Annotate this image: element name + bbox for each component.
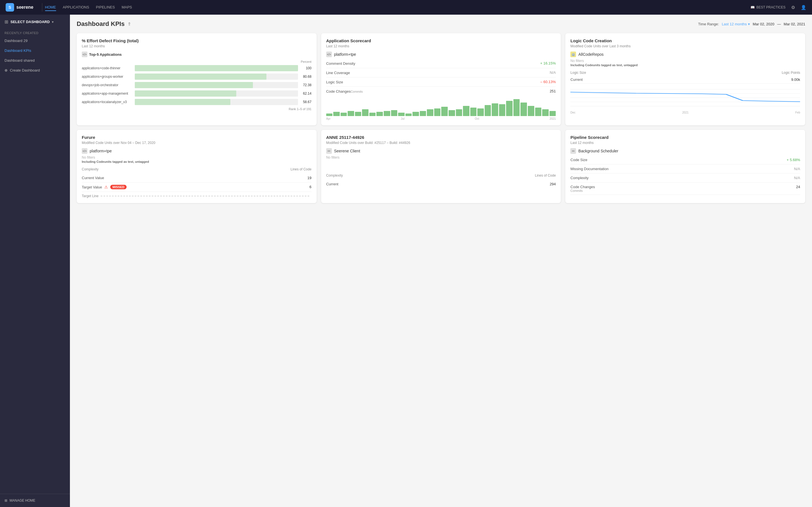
- main-layout: ⊞ SELECT DASHBOARD ▾ RECENTLY CREATED Da…: [0, 15, 812, 507]
- logo-icon: S: [6, 3, 14, 11]
- card1-section-title: Top-5 Applications: [89, 52, 122, 57]
- sidebar-item-dashboard-shared[interactable]: Dashboard shared: [0, 55, 70, 65]
- metric-value: – 60.13%: [540, 80, 556, 84]
- card6-app-name: Background Scheduler: [578, 149, 618, 153]
- mini-bar: [463, 106, 469, 116]
- card5-loc: Lines of Code: [535, 173, 556, 177]
- scorecard-label: Missing Documentation: [570, 167, 608, 171]
- nav-links: HOME APPLICATIONS PIPELINES MAPS: [45, 4, 132, 11]
- bar-fill: [135, 91, 236, 97]
- mini-bar: [376, 112, 383, 116]
- top-nav: S seerene HOME APPLICATIONS PIPELINES MA…: [0, 0, 812, 15]
- mini-bar: [449, 110, 455, 116]
- card4-subtitle: Modified Code Units over Nov 04 – Dec 17…: [82, 141, 312, 145]
- card2-app-row: </> platform+tpe: [326, 52, 556, 57]
- card5-app-row: ≡≡ Seerene Client: [326, 148, 556, 154]
- bar-label: applications+code-thinner: [82, 66, 133, 70]
- nav-home[interactable]: HOME: [45, 4, 56, 11]
- scorecard-item: Code Size + 5.68%: [570, 156, 800, 165]
- mini-bar: [528, 106, 534, 116]
- line-chart-container: Dec 2021 Feb: [570, 87, 800, 109]
- bar-fill: [135, 73, 266, 80]
- mini-bar: [492, 103, 498, 116]
- user-icon[interactable]: 👤: [801, 5, 806, 10]
- card-logic-code: Logic Code Creation Modified Code Units …: [565, 33, 805, 125]
- mini-bar: [477, 108, 484, 116]
- card-app-scorecard: Application Scorecard Last 12 months </>…: [321, 33, 561, 125]
- card3-app-row: 🏢 AllCodeRepos: [570, 52, 800, 57]
- metric-value: N/A: [550, 70, 556, 75]
- app-icon-2: </>: [326, 52, 332, 57]
- metric-row: Line Coverage N/A: [326, 68, 556, 77]
- missed-badge: MISSED: [110, 185, 126, 189]
- card2-title: Application Scorecard: [326, 38, 556, 43]
- card6-app-row: ≡≡ Background Scheduler: [570, 148, 800, 154]
- logic-points-label: Logic Points: [782, 71, 800, 75]
- mini-bar: [506, 101, 513, 116]
- mini-bar: [355, 112, 361, 116]
- sidebar-item-dashboard29[interactable]: Dashboard 29: [0, 36, 70, 46]
- card-furure: Furure Modified Code Units over Nov 04 –…: [77, 130, 317, 203]
- sidebar-item-dashboard-kpis[interactable]: Dashboard KPIs: [0, 46, 70, 55]
- logo-text: seerene: [16, 5, 34, 10]
- main-content: Dashboard KPIs ⇑ Time Range: Last 12 mon…: [70, 15, 812, 507]
- mini-bar: [362, 109, 368, 116]
- bar-value: 58.67: [300, 100, 312, 104]
- logo: S seerene: [6, 3, 34, 11]
- metric-value: 251: [550, 89, 556, 93]
- best-practices-link[interactable]: 📖 BEST PRACTICES: [751, 5, 785, 9]
- time-range-section: Time Range: Last 12 months ▾ Mar 02, 202…: [698, 22, 805, 26]
- select-dashboard-header[interactable]: ⊞ SELECT DASHBOARD ▾: [0, 15, 70, 29]
- line-chart-svg: [570, 87, 800, 109]
- bar-fill: [135, 65, 298, 71]
- mini-bar: [434, 108, 441, 116]
- scorecard-value: + 5.68%: [786, 158, 800, 162]
- bar-container: [135, 65, 298, 71]
- date-from: Mar 02, 2020: [753, 22, 774, 26]
- scorecard-value: N/A: [794, 167, 800, 171]
- app-icon-5: ≡≡: [326, 148, 332, 154]
- mini-bar: [405, 114, 412, 116]
- create-dashboard-button[interactable]: ⊕ Create Dashboard: [0, 65, 70, 75]
- page-header: Dashboard KPIs ⇑ Time Range: Last 12 mon…: [77, 20, 805, 27]
- card4-no-filters: No filters: [82, 156, 312, 159]
- card5-subtitle: Modified Code Units over Build: #25117 –…: [326, 141, 556, 145]
- scorecard-item: Complexity N/A: [570, 173, 800, 182]
- nav-pipelines[interactable]: PIPELINES: [96, 4, 115, 11]
- code-icon: </>: [82, 52, 87, 57]
- card-anne: ANNE 25117-44926 Modified Code Units ove…: [321, 130, 561, 203]
- chevron-down-icon: ▾: [52, 20, 54, 24]
- card2-subtitle: Last 12 months: [326, 44, 556, 48]
- mini-bar: [369, 113, 376, 116]
- logic-size-label: Logic Size: [570, 71, 586, 75]
- mini-bar: [441, 107, 448, 116]
- metric-label: Code Changes: [326, 89, 351, 94]
- bar-container: [135, 82, 298, 88]
- mini-bar: [470, 108, 477, 116]
- mini-bar: [384, 111, 390, 116]
- mini-bar: [420, 111, 426, 116]
- metric-row: Comment Density + 16.15%: [326, 59, 556, 68]
- scorecard-value: N/A: [794, 176, 800, 180]
- share-icon[interactable]: ⇑: [128, 21, 131, 27]
- manage-home-button[interactable]: ⊞ MANAGE HOME: [0, 494, 70, 507]
- card2-metrics: Comment Density + 16.15% Line Coverage N…: [326, 59, 556, 96]
- home-icon: ⊞: [4, 499, 7, 503]
- mini-bar: [326, 114, 333, 116]
- card5-no-filters: No filters: [326, 156, 556, 159]
- settings-icon[interactable]: ⚙: [791, 5, 795, 10]
- card4-app-row: </> platform+tpe: [82, 148, 312, 154]
- bar-fill: [135, 99, 231, 105]
- bar-row: applications+app-management 62.14: [82, 91, 312, 97]
- line-chart-x-labels: Dec 2021 Feb: [570, 111, 800, 114]
- time-range-dropdown[interactable]: Last 12 months ▾: [722, 22, 750, 26]
- card-pipeline-scorecard: Pipeline Scorecard Last 12 months ≡≡ Bac…: [565, 130, 805, 203]
- book-icon: 📖: [751, 5, 755, 9]
- nav-applications[interactable]: APPLICATIONS: [63, 4, 89, 11]
- card5-app-name: Seerene Client: [334, 149, 360, 153]
- current-value: 9.00k: [791, 77, 800, 82]
- bar-row: applications+localanalyzer_v3 58.67: [82, 99, 312, 105]
- nav-maps[interactable]: MAPS: [121, 4, 132, 11]
- card6-title: Pipeline Scorecard: [570, 135, 800, 140]
- page-title: Dashboard KPIs: [77, 20, 124, 27]
